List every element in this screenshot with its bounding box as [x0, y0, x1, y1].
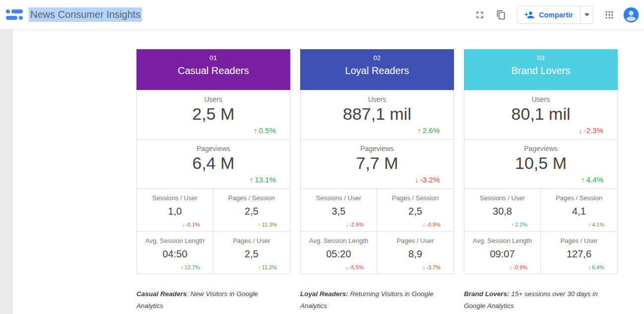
header-actions: Compartir	[470, 5, 639, 24]
metric-delta: -3.7%	[423, 264, 441, 270]
metric-label: Pages / User	[213, 232, 290, 244]
delta-value: 13.1%	[255, 175, 276, 184]
apps-grid-button[interactable]	[600, 6, 618, 24]
data-studio-logo-icon[interactable]	[4, 9, 25, 21]
share-button-label: Compartir	[539, 11, 573, 19]
metric-delta: -0.9%	[423, 222, 441, 228]
delta-value: -3.2%	[420, 175, 440, 184]
delta-value: -3.7%	[426, 264, 441, 270]
delta-arrow-icon	[415, 175, 419, 184]
metric-value: 09:07	[464, 248, 540, 260]
metric-label: Avg. Session Length	[464, 232, 540, 244]
copy-icon	[496, 10, 506, 20]
copy-report-button[interactable]	[492, 6, 510, 24]
delta-arrow-icon	[346, 264, 349, 270]
metric-value: 04:50	[137, 248, 213, 260]
delta-value: 0.5%	[259, 126, 276, 135]
report-title[interactable]: News Consumer Insights	[29, 7, 142, 22]
small-metrics-grid: Sessions / User 30,8 2.2% Pages / Sessio…	[464, 189, 618, 274]
share-button[interactable]: Compartir	[517, 6, 593, 24]
left-gutter	[0, 30, 12, 314]
share-dropdown-button[interactable]	[580, 6, 593, 23]
delta-value: -2.3%	[584, 126, 603, 135]
report-canvas: 01 Casual Readers Users 2,5 M 0.5% Pagev…	[13, 30, 644, 314]
segment-note: Brand Lovers: 15+ sessions over 30 days …	[464, 288, 602, 312]
delta-arrow-icon	[588, 264, 591, 270]
metric-delta: -5.5%	[346, 264, 364, 270]
delta-arrow-icon	[182, 222, 185, 228]
segment-casual-readers: 01 Casual Readers Users 2,5 M 0.5% Pagev…	[136, 49, 290, 312]
delta-arrow-icon	[510, 264, 513, 270]
sessions-per-user-scorecard: Sessions / User 30,8 2.2%	[464, 189, 541, 232]
delta-value: -0.9%	[513, 264, 527, 270]
segment-name: Casual Readers	[136, 65, 290, 77]
metric-value: 05:20	[301, 248, 377, 260]
delta-arrow-icon	[423, 264, 426, 270]
delta-value: 2.2%	[515, 222, 527, 228]
segment-header: 02 Loyal Readers	[300, 49, 454, 90]
delta-arrow-icon	[250, 175, 254, 184]
delta-value: -0.9%	[426, 222, 441, 228]
note-term: Casual Readers	[136, 290, 187, 298]
sessions-per-user-scorecard: Sessions / User 3,5 -2.9%	[300, 189, 377, 232]
delta-value: 4.4%	[586, 175, 603, 184]
segment-number: 03	[464, 49, 618, 62]
delta-arrow-icon	[258, 264, 261, 270]
metric-label: Sessions / User	[464, 189, 540, 202]
segment-name: Loyal Readers	[300, 65, 454, 77]
metric-value: 6,4 M	[137, 154, 290, 173]
delta-arrow-icon	[511, 222, 514, 228]
metric-delta: 11.2%	[258, 264, 277, 270]
metric-delta: 2.2%	[511, 222, 527, 228]
delta-value: 4.1%	[592, 222, 604, 228]
metric-label: Pageviews	[464, 140, 617, 153]
delta-value: 11.2%	[262, 264, 277, 270]
pages-per-user-scorecard: Pages / User 2,5 11.2%	[213, 232, 290, 274]
metric-label: Pages / Session	[213, 189, 290, 202]
metric-label: Users	[464, 90, 617, 103]
metric-value: 1,0	[137, 206, 213, 217]
delta-arrow-icon	[579, 126, 582, 135]
users-scorecard: Users 2,5 M 0.5%	[136, 90, 290, 140]
metric-delta: -0.1%	[182, 222, 200, 228]
avg-session-length-scorecard: Avg. Session Length 05:20 -5.5%	[300, 232, 377, 274]
delta-arrow-icon	[581, 175, 585, 184]
delta-arrow-icon	[346, 222, 349, 228]
metric-label: Avg. Session Length	[301, 232, 377, 244]
pageviews-scorecard: Pageviews 7,7 M -3.2%	[300, 139, 454, 189]
delta-arrow-icon	[181, 264, 184, 270]
apps-grid-icon	[604, 10, 614, 20]
avg-session-length-scorecard: Avg. Session Length 09:07 -0.9%	[464, 232, 541, 274]
metric-delta: 4.1%	[588, 222, 604, 228]
segment-loyal-readers: 02 Loyal Readers Users 887,1 mil 2.6% Pa…	[300, 49, 454, 312]
metric-label: Pageviews	[301, 140, 453, 153]
segment-number: 01	[136, 49, 290, 62]
pages-per-user-scorecard: Pages / User 127,6 6.4%	[541, 232, 618, 274]
delta-value: 6.4%	[592, 264, 604, 270]
users-scorecard: Users 80,1 mil -2.3%	[464, 90, 618, 140]
metric-label: Users	[137, 90, 290, 103]
small-metrics-grid: Sessions / User 3,5 -2.9% Pages / Sessio…	[300, 189, 454, 274]
chevron-down-icon	[584, 13, 589, 16]
metric-value: 887,1 mil	[301, 104, 453, 124]
segment-header: 03 Brand Lovers	[464, 49, 618, 90]
metric-value: 2,5	[213, 248, 290, 260]
metric-label: Pages / Session	[541, 189, 617, 202]
fullscreen-button[interactable]	[470, 5, 489, 24]
pageviews-scorecard: Pageviews 6,4 M 13.1%	[136, 139, 290, 189]
segment-note: Casual Readers: New Visitors in Google A…	[136, 288, 274, 312]
delta-value: 2.6%	[423, 126, 440, 135]
metric-value: 80,1 mil	[464, 104, 617, 124]
avatar[interactable]	[623, 7, 639, 23]
pages-per-user-scorecard: Pages / User 8,9 -3.7%	[377, 232, 454, 274]
avg-session-length-scorecard: Avg. Session Length 04:50 12.7%	[136, 232, 213, 274]
metric-value: 7,7 M	[301, 154, 453, 173]
metric-delta: 6.4%	[588, 264, 604, 270]
delta-value: 12.7%	[185, 264, 200, 270]
users-scorecard: Users 887,1 mil 2.6%	[300, 90, 454, 140]
delta-arrow-icon	[258, 222, 261, 228]
metric-delta: 13.1%	[250, 175, 276, 184]
segment-number: 02	[300, 49, 454, 62]
delta-value: 11.3%	[262, 222, 277, 228]
metric-label: Sessions / User	[137, 189, 213, 202]
